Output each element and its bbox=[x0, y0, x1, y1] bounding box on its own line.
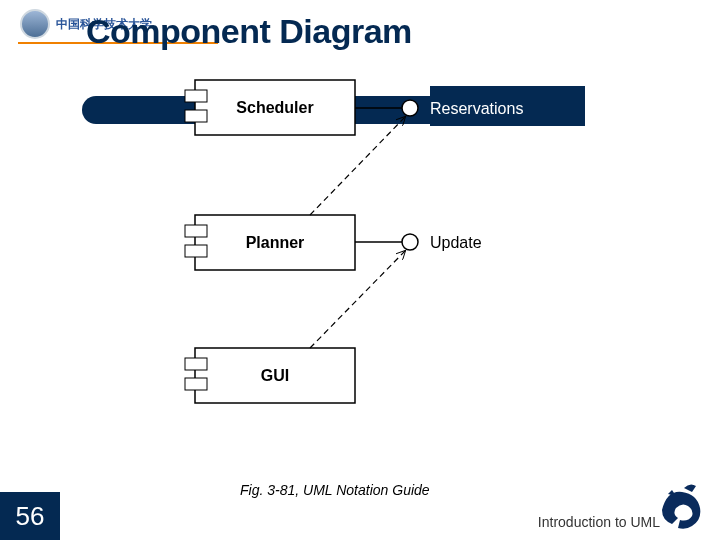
component-scheduler: Scheduler bbox=[185, 80, 355, 135]
component-diagram: Scheduler Reservations Planner Update GU… bbox=[0, 0, 720, 540]
figure-caption: Fig. 3-81, UML Notation Guide bbox=[240, 482, 430, 498]
interface-label: Update bbox=[430, 234, 482, 251]
interface-lollipop bbox=[402, 100, 418, 116]
svg-rect-2 bbox=[185, 110, 207, 122]
svg-rect-10 bbox=[185, 378, 207, 390]
component-label: Planner bbox=[246, 234, 305, 251]
svg-rect-9 bbox=[185, 358, 207, 370]
svg-rect-1 bbox=[185, 90, 207, 102]
component-gui: GUI bbox=[185, 348, 355, 403]
footer-text: Introduction to UML bbox=[538, 514, 660, 530]
dragon-icon bbox=[652, 480, 712, 536]
interface-lollipop bbox=[402, 234, 418, 250]
page-number: 56 bbox=[0, 492, 60, 540]
interface-label: Reservations bbox=[430, 100, 523, 117]
component-label: Scheduler bbox=[236, 99, 313, 116]
component-planner: Planner bbox=[185, 215, 355, 270]
component-label: GUI bbox=[261, 367, 289, 384]
svg-rect-6 bbox=[185, 245, 207, 257]
svg-rect-5 bbox=[185, 225, 207, 237]
